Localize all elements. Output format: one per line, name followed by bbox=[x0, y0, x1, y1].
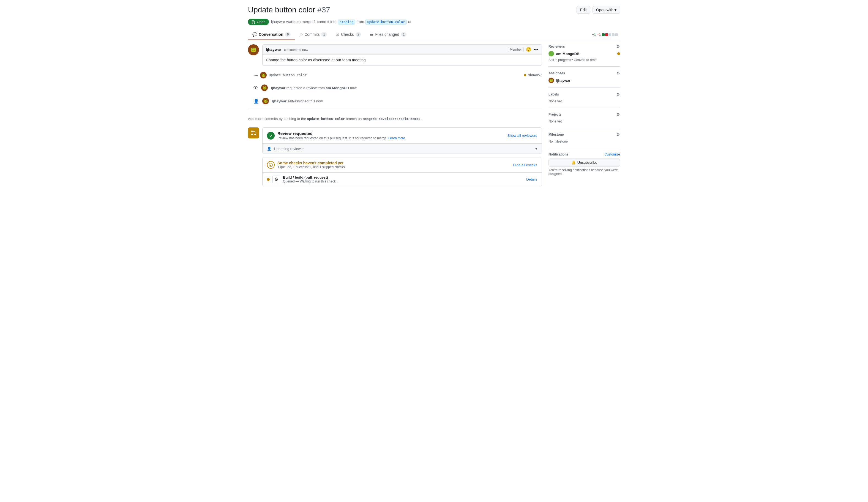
assignee-row: 🐸 ljhaywar bbox=[548, 78, 620, 83]
emoji-reaction-button[interactable]: 🙂 bbox=[526, 47, 531, 52]
comment-body: Change the button color as discussed at … bbox=[262, 54, 541, 65]
comment-time: commented now bbox=[284, 48, 308, 52]
pending-reviewer-row: 👤 1 pending reviewer ▾ bbox=[262, 143, 541, 154]
review-title: Review requested bbox=[277, 131, 406, 136]
customize-notifications-link[interactable]: Customize bbox=[604, 153, 620, 156]
person-icon-small: 👤 bbox=[267, 147, 271, 151]
person-icon: 👤 bbox=[254, 99, 259, 104]
assignees-gear-icon[interactable]: ⚙ bbox=[617, 71, 620, 75]
comment-author: ljhaywar bbox=[266, 47, 281, 52]
commits-icon: ◌ bbox=[299, 32, 303, 37]
tab-conversation[interactable]: 💬 Conversation 0 bbox=[248, 29, 295, 40]
eye-icon: 👁 bbox=[254, 85, 258, 90]
review-requester-avatar: 🐸 bbox=[261, 84, 268, 91]
labels-title: Labels bbox=[548, 92, 559, 96]
reviewer-name: am-MongoDB bbox=[556, 52, 580, 56]
tab-commits[interactable]: ◌ Commits 1 bbox=[295, 29, 331, 40]
commenter-avatar: 🐸 bbox=[248, 44, 259, 55]
milestone-gear-icon[interactable]: ⚙ bbox=[617, 132, 620, 137]
files-icon: ☰ bbox=[370, 32, 373, 37]
commit-status-dot bbox=[524, 74, 526, 76]
checks-subtitle: 1 queued, 1 successful, and 1 skipped ch… bbox=[277, 165, 345, 169]
hide-all-checks-link[interactable]: Hide all checks bbox=[513, 163, 537, 167]
convert-draft-link[interactable]: Still in progress? Convert to draft bbox=[548, 58, 620, 62]
pr-icon bbox=[248, 127, 259, 139]
comment-box: ljhaywar commented now Member 🙂 ••• Chan… bbox=[262, 44, 542, 66]
tabs-bar: 💬 Conversation 0 ◌ Commits 1 ☑ Checks 2 … bbox=[248, 29, 620, 40]
source-branch-tag: update-button-color bbox=[365, 20, 407, 24]
details-link[interactable]: Details bbox=[526, 177, 537, 181]
self-assign-text: ljhaywar self-assigned this now bbox=[272, 99, 323, 103]
sidebar-notifications-section: Notifications Customize 🔔 Unsubscribe Yo… bbox=[548, 153, 620, 178]
sidebar-labels-section: Labels ⚙ None yet bbox=[548, 92, 620, 108]
review-requested-box: Review requested Review has been request… bbox=[262, 127, 542, 154]
build-name: Build / build (pull_request) bbox=[283, 175, 339, 180]
labels-gear-icon[interactable]: ⚙ bbox=[617, 92, 620, 96]
projects-value: None yet bbox=[548, 120, 562, 123]
self-assigned-timeline: 👤 🐸 ljhaywar self-assigned this now bbox=[248, 95, 542, 106]
review-header: Review requested Review has been request… bbox=[262, 128, 541, 143]
edit-button[interactable]: Edit bbox=[577, 6, 590, 14]
labels-value: None yet bbox=[548, 99, 562, 103]
learn-more-link[interactable]: Learn more. bbox=[388, 136, 406, 140]
review-request-text: ljhaywar requested a review from am-Mong… bbox=[271, 86, 356, 90]
review-request-row: 👁 🐸 ljhaywar requested a review from am-… bbox=[254, 82, 542, 93]
open-with-button[interactable]: Open with ▾ bbox=[592, 6, 620, 14]
review-section-wrapper: Review requested Review has been request… bbox=[248, 127, 542, 189]
add-commits-note: Add more commits by pushing to the updat… bbox=[248, 113, 542, 124]
checks-header: Some checks haven't completed yet 1 queu… bbox=[262, 157, 541, 172]
show-all-reviewers-link[interactable]: Show all reviewers bbox=[507, 133, 537, 137]
sidebar-projects-section: Projects ⚙ None yet bbox=[548, 112, 620, 128]
diff-stats: +1 −1 bbox=[592, 33, 620, 37]
comment-thread: 🐸 ljhaywar commented now Member 🙂 ••• bbox=[248, 44, 542, 66]
unsubscribe-button[interactable]: 🔔 Unsubscribe bbox=[548, 158, 620, 166]
projects-title: Projects bbox=[548, 113, 561, 116]
milestone-value: No milestone bbox=[548, 140, 568, 143]
tab-files-changed[interactable]: ☰ Files changed 1 bbox=[365, 29, 411, 40]
target-branch-tag: staging bbox=[338, 20, 355, 24]
commit-sha: 9b84857 bbox=[528, 73, 542, 77]
commit-section: ⊶ 🐸 Update button color 9b84857 bbox=[248, 70, 542, 80]
member-badge: Member bbox=[508, 47, 524, 52]
self-assign-avatar: 🐸 bbox=[262, 98, 269, 104]
checks-title: Some checks haven't completed yet bbox=[277, 161, 345, 165]
assignee-avatar: 🐸 bbox=[548, 78, 554, 83]
sidebar-milestone-section: Milestone ⚙ No milestone bbox=[548, 132, 620, 148]
chevron-down-icon: ▾ bbox=[614, 8, 617, 12]
notification-note: You're receiving notifications because y… bbox=[548, 168, 620, 176]
reviewer-status-dot bbox=[617, 52, 620, 55]
checks-icon: ☑ bbox=[336, 32, 339, 37]
sidebar: Reviewers ⚙ am-MongoDB Still in progress… bbox=[548, 44, 620, 189]
commit-row: ⊶ 🐸 Update button color 9b84857 bbox=[254, 70, 542, 80]
build-status-dot bbox=[267, 178, 270, 181]
reviewer-avatar bbox=[548, 51, 554, 57]
check-circle-icon bbox=[267, 132, 275, 140]
milestone-title: Milestone bbox=[548, 133, 564, 136]
build-icon: ⚙ bbox=[272, 176, 280, 183]
build-row: ⚙ Build / build (pull_request) Queued — … bbox=[262, 172, 541, 186]
self-assigned-row: 👤 🐸 ljhaywar self-assigned this now bbox=[254, 95, 542, 106]
reviewers-gear-icon[interactable]: ⚙ bbox=[617, 44, 620, 49]
conversation-icon: 💬 bbox=[252, 32, 257, 37]
assignee-name: ljhaywar bbox=[556, 79, 570, 83]
checks-box: Some checks haven't completed yet 1 queu… bbox=[262, 157, 542, 186]
assignees-title: Assignees bbox=[548, 71, 565, 75]
more-options-button[interactable]: ••• bbox=[534, 47, 538, 52]
commit-author-avatar: 🐸 bbox=[260, 72, 267, 79]
commit-message: Update button color bbox=[269, 73, 307, 77]
chevron-down-icon-pending[interactable]: ▾ bbox=[535, 146, 537, 151]
notifications-title: Notifications bbox=[548, 153, 569, 156]
pr-status-badge: Open bbox=[248, 19, 269, 25]
review-subtitle: Review has been requested on this pull r… bbox=[277, 136, 406, 140]
review-request-timeline: 👁 🐸 ljhaywar requested a review from am-… bbox=[248, 82, 542, 93]
bell-icon: 🔔 bbox=[571, 161, 576, 165]
tab-checks[interactable]: ☑ Checks 2 bbox=[331, 29, 365, 40]
build-status: Queued — Waiting to run this check... bbox=[283, 180, 339, 183]
commit-icon: ⊶ bbox=[254, 73, 258, 78]
sidebar-reviewers-section: Reviewers ⚙ am-MongoDB Still in progress… bbox=[548, 44, 620, 66]
reviewer-row: am-MongoDB bbox=[548, 51, 620, 57]
copy-branch-icon[interactable]: ⧉ bbox=[408, 20, 411, 24]
projects-gear-icon[interactable]: ⚙ bbox=[617, 112, 620, 117]
warning-icon bbox=[267, 161, 275, 169]
reviewers-title: Reviewers bbox=[548, 44, 565, 49]
